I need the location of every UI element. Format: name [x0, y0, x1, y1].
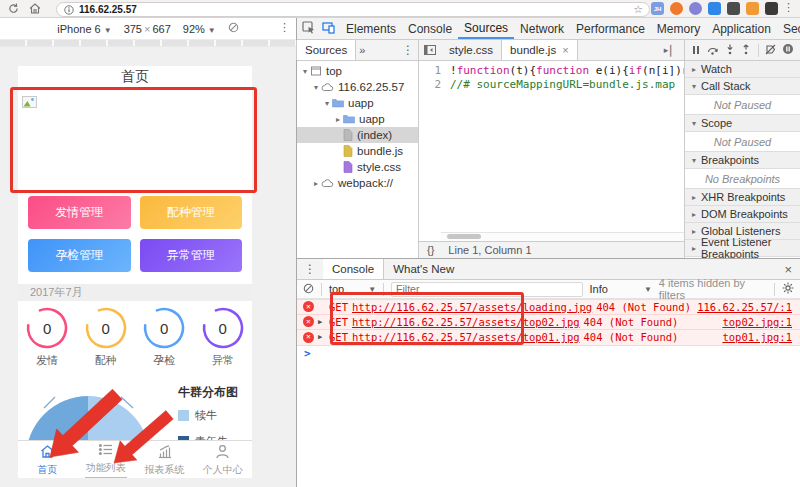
pause-script-icon[interactable]: [691, 41, 701, 59]
editor-tab-bundle-js[interactable]: bundle.js×: [501, 40, 577, 60]
viewport-size[interactable]: 375×667: [124, 23, 171, 35]
tree-expander-icon[interactable]: ▾: [322, 99, 332, 108]
reload-button[interactable]: [8, 3, 19, 14]
film-extension-icon[interactable]: [727, 2, 740, 15]
devtools-tab-performance[interactable]: Performance: [570, 18, 651, 39]
console-close-icon[interactable]: ×: [784, 259, 800, 279]
request-url-link[interactable]: http://116.62.25.57/assets/loading.jpg: [352, 301, 592, 313]
nav-item-功能列表[interactable]: 功能列表: [77, 441, 136, 478]
navigator-more-tabs-chevron[interactable]: »: [356, 40, 368, 60]
address-bar[interactable]: 116.62.25.57 ☆: [56, 2, 650, 17]
request-url-link[interactable]: http://116.62.25.57/assets/top01.jpg: [352, 331, 580, 343]
console-level-select[interactable]: Info▼: [590, 283, 652, 295]
flame-extension-icon[interactable]: [670, 2, 683, 15]
status-text: 404 (Not Found): [596, 301, 691, 313]
console-tab-what-s-new[interactable]: What's New: [384, 259, 463, 279]
tree-item--index-[interactable]: (index): [297, 127, 418, 143]
navigator-menu-icon[interactable]: ⋮: [402, 40, 418, 60]
devtools-tab-console[interactable]: Console: [402, 18, 458, 39]
console-filter-input[interactable]: [391, 282, 582, 297]
console-error-row[interactable]: ✕▶GEThttp://116.62.25.57/assets/top01.jp…: [297, 330, 800, 346]
tree-item-style.css[interactable]: style.css: [297, 159, 418, 175]
section-dom-breakpoints[interactable]: ▸DOM Breakpoints: [685, 206, 800, 223]
phone-button-异常管理[interactable]: 异常管理: [140, 239, 243, 272]
tree-item-uapp[interactable]: ▾uapp: [297, 95, 418, 111]
deactivate-breakpoints-icon[interactable]: [765, 41, 776, 59]
tree-item-uapp[interactable]: ▸uapp: [297, 111, 418, 127]
step-over-icon[interactable]: [707, 41, 719, 59]
tree-expander-icon[interactable]: ▸: [311, 179, 321, 188]
step-out-icon[interactable]: [741, 41, 751, 59]
nav-item-报表系统[interactable]: 报表系统: [135, 441, 194, 478]
navigator-toggle-icon[interactable]: [419, 40, 441, 60]
bookmark-star-icon[interactable]: ☆: [633, 3, 643, 16]
close-tab-icon[interactable]: ×: [562, 44, 568, 56]
device-select[interactable]: iPhone 6▼: [57, 23, 111, 35]
device-toolbar-menu-icon[interactable]: ⋮: [279, 21, 290, 34]
section-event-listener-breakpoints[interactable]: ▸Event Listener Breakpoints: [685, 240, 800, 257]
section-body: No Breakpoints: [685, 169, 800, 189]
qr-extension-icon[interactable]: [765, 2, 778, 15]
editor-tab-label: style.css: [449, 44, 493, 56]
jh-extension-icon[interactable]: JH: [651, 2, 664, 15]
tree-expander-icon[interactable]: ▾: [300, 67, 310, 76]
home-button[interactable]: [29, 3, 41, 14]
console-settings-icon[interactable]: [782, 282, 794, 296]
console-error-row[interactable]: ✕▶GEThttp://116.62.25.57/assets/top02.jp…: [297, 315, 800, 331]
section-xhr-breakpoints[interactable]: ▸XHR Breakpoints: [685, 189, 800, 206]
zoom-select[interactable]: 92%▼: [183, 23, 216, 35]
source-location-link[interactable]: top02.jpg:1: [722, 316, 792, 328]
apps-extension-icon[interactable]: [746, 2, 759, 15]
request-url-link[interactable]: http://116.62.25.57/assets/top02.jpg: [352, 316, 580, 328]
tree-expander-icon[interactable]: ▾: [311, 83, 321, 92]
section-breakpoints[interactable]: ▾Breakpoints: [685, 152, 800, 169]
globe-extension-icon[interactable]: [689, 2, 702, 15]
devtools-tab-application[interactable]: Application: [706, 18, 777, 39]
tree-expander-icon[interactable]: ▸: [333, 115, 343, 124]
devtools-tab-elements[interactable]: Elements: [340, 18, 402, 39]
devtools-tab-memory[interactable]: Memory: [651, 18, 706, 39]
nav-item-首页[interactable]: 首页: [18, 441, 77, 478]
source-location-link[interactable]: 116.62.25.57/:1: [697, 301, 792, 313]
section-label: Watch: [701, 63, 732, 75]
section-scope[interactable]: ▾Scope: [685, 115, 800, 132]
shield-extension-icon[interactable]: [708, 2, 721, 15]
phone-button-孕检管理[interactable]: 孕检管理: [28, 239, 131, 272]
expand-triangle-icon[interactable]: ▶: [318, 333, 325, 341]
console-drawer-menu-icon[interactable]: ⋮: [297, 259, 323, 279]
editor-tab-style-css[interactable]: style.css: [441, 40, 501, 60]
console-prompt[interactable]: >: [297, 346, 800, 362]
phone-button-配种管理[interactable]: 配种管理: [140, 196, 243, 229]
code-token: e(i){: [589, 64, 629, 77]
devtools-tab-sources[interactable]: Sources: [458, 18, 514, 39]
inspect-element-icon[interactable]: [302, 21, 315, 37]
device-toolbar-toggle-icon[interactable]: [322, 21, 335, 37]
editor-hscrollbar[interactable]: [441, 232, 684, 241]
console-context-select[interactable]: top▼: [329, 283, 376, 295]
tree-item-top[interactable]: ▾top: [297, 63, 418, 79]
devtools-tab-network[interactable]: Network: [514, 18, 570, 39]
console-tab-console[interactable]: Console: [323, 259, 384, 279]
tree-item-bundle.js[interactable]: bundle.js: [297, 143, 418, 159]
phone-button-发情管理[interactable]: 发情管理: [28, 196, 131, 229]
devtools-tab-security[interactable]: Security: [777, 18, 800, 39]
site-info-icon[interactable]: [64, 5, 74, 15]
pause-on-exceptions-icon[interactable]: [782, 41, 794, 59]
step-into-icon[interactable]: [725, 41, 735, 59]
navigator-tab-sources[interactable]: Sources: [296, 40, 356, 60]
section-watch[interactable]: ▸Watch: [685, 61, 800, 78]
pretty-print-icon[interactable]: {}: [427, 244, 434, 256]
nav-item-个人中心[interactable]: 个人中心: [194, 441, 253, 478]
clear-console-icon[interactable]: [303, 283, 314, 296]
code-area[interactable]: 12 !function(t){function e(i){if(n[i])re…: [419, 61, 684, 241]
section-call-stack[interactable]: ▾Call Stack: [685, 78, 800, 95]
throttle-icon[interactable]: [228, 22, 239, 35]
tree-item-webpack-[interactable]: ▸webpack://: [297, 175, 418, 191]
source-location-link[interactable]: top01.jpg:1: [722, 331, 792, 343]
open-sidebar-icon[interactable]: ▸: [664, 45, 669, 55]
stat-ring: 0: [25, 306, 69, 350]
expand-triangle-icon[interactable]: ▶: [318, 318, 325, 326]
tree-item-116.62.25.57[interactable]: ▾116.62.25.57: [297, 79, 418, 95]
console-error-row[interactable]: ✕GEThttp://116.62.25.57/assets/loading.j…: [297, 299, 800, 315]
browser-menu-icon[interactable]: ⋮: [783, 1, 794, 14]
